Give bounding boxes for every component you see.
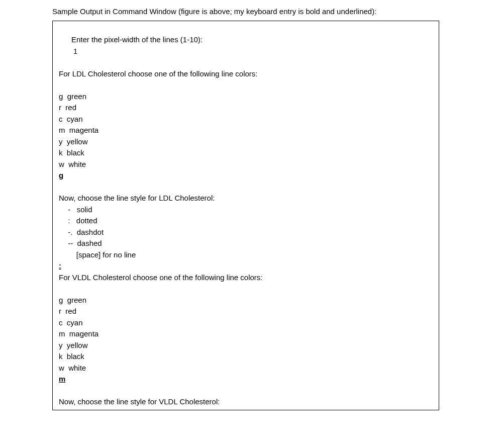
color-option-yellow: y yellow [59, 136, 439, 148]
color-option-magenta-2: m magenta [59, 328, 439, 340]
color-option-yellow-2: y yellow [59, 340, 439, 351]
blank-line [59, 283, 439, 295]
blank-line [59, 79, 439, 91]
style-option-dotted: : dotted [59, 215, 439, 227]
ldl-color-input: g [59, 170, 439, 182]
ldl-style-prompt: Now, choose the line style for LDL Chole… [59, 193, 439, 204]
style-option-dashed: -- dashed [59, 238, 439, 249]
vldl-color-input: m [59, 374, 439, 385]
style-option-noline: [space] for no line [59, 249, 439, 261]
width-input-value: 1 [73, 47, 77, 55]
style-option-dashdot: -. dashdot [59, 227, 439, 238]
ldl-color-prompt: For LDL Cholesterol choose one of the fo… [59, 68, 439, 80]
width-prompt: Enter the pixel-width of the lines (1-10… [71, 35, 203, 44]
ldl-color-input-value: g [59, 171, 63, 180]
width-prompt-line: Enter the pixel-width of the lines (1-10… [59, 23, 439, 68]
vldl-style-prompt: Now, choose the line style for VLDL Chol… [59, 396, 439, 408]
color-option-red-2: r red [59, 306, 439, 317]
color-option-white-2: w white [59, 363, 439, 374]
blank-line [59, 182, 439, 193]
color-option-magenta: m magenta [59, 125, 439, 136]
style-option-solid: - solid [59, 204, 439, 216]
vldl-color-prompt: For VLDL Cholesterol choose one of the f… [59, 272, 439, 284]
ldl-style-input-value: : [59, 261, 61, 270]
color-option-cyan: c cyan [59, 114, 439, 125]
caption-text: Sample Output in Command Window (figure … [52, 6, 504, 18]
color-option-black-2: k black [59, 351, 439, 363]
color-option-white: w white [59, 159, 439, 170]
command-window-output: Enter the pixel-width of the lines (1-10… [52, 21, 439, 410]
ldl-style-input: : [59, 260, 439, 272]
color-option-red: r red [59, 102, 439, 114]
document-page: Sample Output in Command Window (figure … [0, 0, 504, 410]
color-option-cyan-2: c cyan [59, 317, 439, 329]
color-option-black: k black [59, 147, 439, 159]
vldl-color-input-value: m [59, 375, 65, 383]
blank-line [59, 385, 439, 397]
color-option-green: g green [59, 91, 439, 103]
color-option-green-2: g green [59, 295, 439, 306]
